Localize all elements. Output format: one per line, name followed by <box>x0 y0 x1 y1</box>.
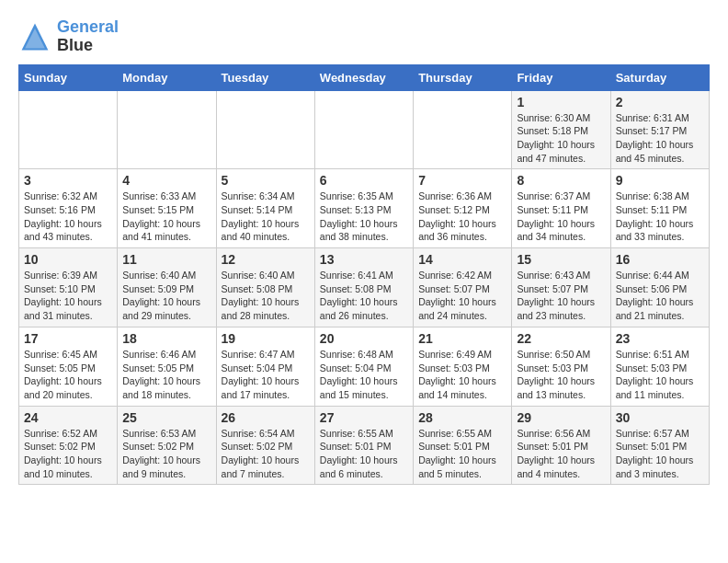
day-number: 1 <box>517 95 605 109</box>
calendar-cell: 24Sunrise: 6:52 AM Sunset: 5:02 PM Dayli… <box>19 406 118 485</box>
calendar-cell: 25Sunrise: 6:53 AM Sunset: 5:02 PM Dayli… <box>118 406 216 485</box>
weekday-header-friday: Friday <box>512 64 610 90</box>
day-number: 18 <box>122 331 210 346</box>
weekday-header-sunday: Sunday <box>19 64 118 90</box>
calendar-cell: 28Sunrise: 6:55 AM Sunset: 5:01 PM Dayli… <box>414 406 512 485</box>
calendar-cell <box>216 90 314 169</box>
day-number: 22 <box>517 331 605 346</box>
calendar-cell <box>118 90 216 169</box>
calendar-cell: 9Sunrise: 6:38 AM Sunset: 5:11 PM Daylig… <box>610 169 709 248</box>
calendar-cell: 30Sunrise: 6:57 AM Sunset: 5:01 PM Dayli… <box>610 406 709 485</box>
day-info: Sunrise: 6:40 AM Sunset: 5:09 PM Dayligh… <box>122 269 210 323</box>
day-number: 28 <box>418 410 506 425</box>
day-info: Sunrise: 6:40 AM Sunset: 5:08 PM Dayligh… <box>222 269 310 323</box>
calendar-cell: 12Sunrise: 6:40 AM Sunset: 5:08 PM Dayli… <box>216 248 314 327</box>
calendar-cell: 14Sunrise: 6:42 AM Sunset: 5:07 PM Dayli… <box>414 248 512 327</box>
calendar-cell: 20Sunrise: 6:48 AM Sunset: 5:04 PM Dayli… <box>314 327 413 406</box>
calendar-cell: 8Sunrise: 6:37 AM Sunset: 5:11 PM Daylig… <box>512 169 610 248</box>
day-number: 4 <box>122 173 210 188</box>
day-info: Sunrise: 6:50 AM Sunset: 5:03 PM Dayligh… <box>517 348 605 402</box>
day-number: 17 <box>24 331 112 346</box>
day-number: 15 <box>517 252 605 267</box>
calendar-cell: 29Sunrise: 6:56 AM Sunset: 5:01 PM Dayli… <box>512 406 610 485</box>
day-number: 10 <box>24 252 112 267</box>
page-header: General Blue <box>18 18 710 55</box>
calendar-cell <box>314 90 413 169</box>
calendar-cell: 7Sunrise: 6:36 AM Sunset: 5:12 PM Daylig… <box>414 169 512 248</box>
day-number: 8 <box>517 173 605 188</box>
calendar-week-1: 1Sunrise: 6:30 AM Sunset: 5:18 PM Daylig… <box>19 90 710 169</box>
day-number: 24 <box>24 410 112 425</box>
day-info: Sunrise: 6:30 AM Sunset: 5:18 PM Dayligh… <box>517 111 605 166</box>
day-number: 11 <box>122 252 210 267</box>
day-info: Sunrise: 6:48 AM Sunset: 5:04 PM Dayligh… <box>320 348 408 402</box>
day-number: 7 <box>418 173 506 188</box>
calendar-cell <box>19 90 118 169</box>
calendar-week-3: 10Sunrise: 6:39 AM Sunset: 5:10 PM Dayli… <box>19 248 710 327</box>
calendar-cell: 11Sunrise: 6:40 AM Sunset: 5:09 PM Dayli… <box>118 248 216 327</box>
calendar-cell: 23Sunrise: 6:51 AM Sunset: 5:03 PM Dayli… <box>610 327 709 406</box>
weekday-header-monday: Monday <box>118 64 216 90</box>
weekday-header-tuesday: Tuesday <box>216 64 314 90</box>
calendar-cell: 26Sunrise: 6:54 AM Sunset: 5:02 PM Dayli… <box>216 406 314 485</box>
calendar-week-2: 3Sunrise: 6:32 AM Sunset: 5:16 PM Daylig… <box>19 169 710 248</box>
day-info: Sunrise: 6:51 AM Sunset: 5:03 PM Dayligh… <box>616 348 704 402</box>
day-info: Sunrise: 6:53 AM Sunset: 5:02 PM Dayligh… <box>122 427 210 481</box>
logo: General Blue <box>18 18 119 55</box>
calendar-table: SundayMondayTuesdayWednesdayThursdayFrid… <box>18 64 710 486</box>
calendar-cell: 27Sunrise: 6:55 AM Sunset: 5:01 PM Dayli… <box>314 406 413 485</box>
day-number: 27 <box>320 410 408 425</box>
day-number: 23 <box>616 331 704 346</box>
weekday-header-wednesday: Wednesday <box>314 64 413 90</box>
day-number: 16 <box>616 252 704 267</box>
day-info: Sunrise: 6:57 AM Sunset: 5:01 PM Dayligh… <box>616 427 704 481</box>
calendar-cell: 18Sunrise: 6:46 AM Sunset: 5:05 PM Dayli… <box>118 327 216 406</box>
day-number: 29 <box>517 410 605 425</box>
day-info: Sunrise: 6:34 AM Sunset: 5:14 PM Dayligh… <box>222 190 310 244</box>
day-number: 26 <box>222 410 310 425</box>
day-info: Sunrise: 6:49 AM Sunset: 5:03 PM Dayligh… <box>418 348 506 402</box>
calendar-cell: 17Sunrise: 6:45 AM Sunset: 5:05 PM Dayli… <box>19 327 118 406</box>
day-info: Sunrise: 6:32 AM Sunset: 5:16 PM Dayligh… <box>24 190 112 244</box>
day-number: 30 <box>616 410 704 425</box>
day-number: 20 <box>320 331 408 346</box>
calendar-cell: 4Sunrise: 6:33 AM Sunset: 5:15 PM Daylig… <box>118 169 216 248</box>
day-info: Sunrise: 6:33 AM Sunset: 5:15 PM Dayligh… <box>122 190 210 244</box>
calendar-week-4: 17Sunrise: 6:45 AM Sunset: 5:05 PM Dayli… <box>19 327 710 406</box>
day-info: Sunrise: 6:54 AM Sunset: 5:02 PM Dayligh… <box>222 427 310 481</box>
day-info: Sunrise: 6:55 AM Sunset: 5:01 PM Dayligh… <box>418 427 506 481</box>
calendar-cell: 5Sunrise: 6:34 AM Sunset: 5:14 PM Daylig… <box>216 169 314 248</box>
day-number: 5 <box>222 173 310 188</box>
day-info: Sunrise: 6:52 AM Sunset: 5:02 PM Dayligh… <box>24 427 112 481</box>
day-info: Sunrise: 6:55 AM Sunset: 5:01 PM Dayligh… <box>320 427 408 481</box>
day-number: 2 <box>616 95 704 109</box>
calendar-cell: 21Sunrise: 6:49 AM Sunset: 5:03 PM Dayli… <box>414 327 512 406</box>
logo-icon <box>18 20 51 53</box>
day-info: Sunrise: 6:45 AM Sunset: 5:05 PM Dayligh… <box>24 348 112 402</box>
day-number: 9 <box>616 173 704 188</box>
calendar-cell: 2Sunrise: 6:31 AM Sunset: 5:17 PM Daylig… <box>610 90 709 169</box>
calendar-cell: 3Sunrise: 6:32 AM Sunset: 5:16 PM Daylig… <box>19 169 118 248</box>
day-info: Sunrise: 6:31 AM Sunset: 5:17 PM Dayligh… <box>616 111 704 166</box>
day-info: Sunrise: 6:47 AM Sunset: 5:04 PM Dayligh… <box>222 348 310 402</box>
calendar-cell: 15Sunrise: 6:43 AM Sunset: 5:07 PM Dayli… <box>512 248 610 327</box>
calendar-cell: 10Sunrise: 6:39 AM Sunset: 5:10 PM Dayli… <box>19 248 118 327</box>
day-info: Sunrise: 6:46 AM Sunset: 5:05 PM Dayligh… <box>122 348 210 402</box>
calendar-week-5: 24Sunrise: 6:52 AM Sunset: 5:02 PM Dayli… <box>19 406 710 485</box>
day-info: Sunrise: 6:37 AM Sunset: 5:11 PM Dayligh… <box>517 190 605 244</box>
calendar-cell: 6Sunrise: 6:35 AM Sunset: 5:13 PM Daylig… <box>314 169 413 248</box>
calendar-cell <box>414 90 512 169</box>
calendar-cell: 16Sunrise: 6:44 AM Sunset: 5:06 PM Dayli… <box>610 248 709 327</box>
day-number: 3 <box>24 173 112 188</box>
day-number: 6 <box>320 173 408 188</box>
calendar-cell: 13Sunrise: 6:41 AM Sunset: 5:08 PM Dayli… <box>314 248 413 327</box>
day-info: Sunrise: 6:35 AM Sunset: 5:13 PM Dayligh… <box>320 190 408 244</box>
day-number: 13 <box>320 252 408 267</box>
calendar-cell: 1Sunrise: 6:30 AM Sunset: 5:18 PM Daylig… <box>512 90 610 169</box>
day-number: 19 <box>222 331 310 346</box>
day-info: Sunrise: 6:44 AM Sunset: 5:06 PM Dayligh… <box>616 269 704 323</box>
day-info: Sunrise: 6:38 AM Sunset: 5:11 PM Dayligh… <box>616 190 704 244</box>
day-number: 14 <box>418 252 506 267</box>
calendar-cell: 22Sunrise: 6:50 AM Sunset: 5:03 PM Dayli… <box>512 327 610 406</box>
weekday-header-thursday: Thursday <box>414 64 512 90</box>
